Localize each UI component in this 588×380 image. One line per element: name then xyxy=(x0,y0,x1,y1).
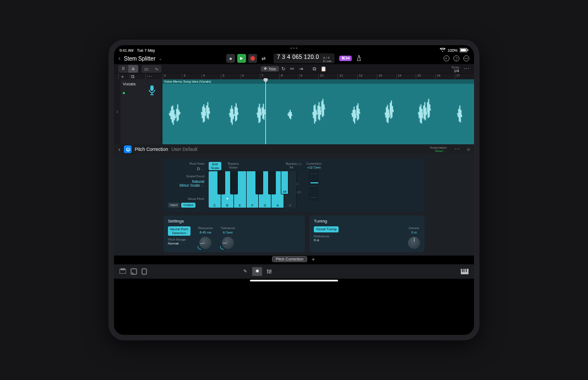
record-enable-dot[interactable] xyxy=(123,92,125,94)
snap-setting[interactable]: Snap 1/4 xyxy=(451,66,459,73)
plugin-name[interactable]: Pitch Correction xyxy=(135,146,168,152)
keyboard-icon[interactable] xyxy=(461,269,469,274)
copy-icon[interactable]: ⧉ xyxy=(311,65,318,73)
battery-pct: 100% xyxy=(448,48,458,52)
svg-rect-9 xyxy=(150,85,154,91)
svg-point-15 xyxy=(132,273,133,274)
root-note-value[interactable]: D ⌄ xyxy=(168,167,204,171)
scale-keyboard[interactable]: C D E F G A B C# D# F# G# A# xyxy=(209,171,297,208)
key-asharp[interactable]: A# xyxy=(281,171,288,194)
plugin-power-button[interactable]: ⏻ xyxy=(124,145,132,153)
pitch-keyboard-panel: Root Note D ⌄ Scale/Chord NaturalMinor S… xyxy=(164,159,424,212)
plugin-slot-chip[interactable]: Pitch Correction xyxy=(272,256,307,262)
project-title[interactable]: Stem Splitter xyxy=(124,56,155,62)
secondary-toolbar: ⠿ ≡ ▭ ∿ ✥ Trim ↻ ✂ ⇥ ⧉ 📋 Snap 1/4 ⋯ xyxy=(114,64,474,74)
view-mode-segment[interactable]: ⠿ ≡ xyxy=(118,65,138,73)
title-dropdown-icon[interactable]: ⌄ xyxy=(159,56,162,61)
notes-icon[interactable] xyxy=(141,268,147,275)
plugin-area: Root Note D ⌄ Scale/Chord NaturalMinor S… xyxy=(114,154,474,256)
tolerance-value: 6 Cent xyxy=(223,231,233,235)
join-tool-icon[interactable]: ⇥ xyxy=(297,65,305,73)
position: 7 3 4 065 xyxy=(277,54,302,60)
settings-icon[interactable] xyxy=(463,55,470,62)
scissors-icon[interactable]: ✂ xyxy=(288,65,296,73)
detune-label: Detune xyxy=(409,226,419,230)
bypass-notes-button[interactable]: Bypass Notes xyxy=(228,162,239,169)
tuning-panel: Tuning Global Tuning Reference 0 ct Detu… xyxy=(309,215,424,252)
key-gsharp[interactable]: G# xyxy=(268,171,276,194)
undo-icon[interactable] xyxy=(443,55,450,62)
stop-button[interactable]: ■ xyxy=(226,54,235,63)
automation-view-icon[interactable]: ∿ xyxy=(151,65,161,73)
timeline-ruler[interactable]: ＋ ⧉ ⋯ 234567891011121314151617 xyxy=(114,74,474,79)
list-view-icon[interactable]: ≡ xyxy=(128,65,138,73)
status-bar: 9:41 AM Tue 7 May 100% xyxy=(114,45,474,53)
global-tuning-chip[interactable]: Global Tuning xyxy=(314,226,339,232)
wifi-icon xyxy=(440,48,445,52)
lcd-display[interactable]: 7 3 4 065 120.0 4 / 4 D min xyxy=(274,53,335,63)
output-button[interactable]: Output xyxy=(181,203,195,208)
neural-pitch-chip[interactable]: Neural Pitch Detection xyxy=(168,226,190,236)
plugin-more-icon[interactable]: ⋯ xyxy=(454,146,460,153)
detune-knob[interactable] xyxy=(408,237,420,249)
svg-rect-25 xyxy=(464,269,465,272)
tolerance-knob[interactable] xyxy=(222,237,234,249)
detune-value: 0 ct xyxy=(411,231,417,235)
track-more-icon[interactable]: ⋯ xyxy=(145,74,152,79)
plugin-preset[interactable]: User Default xyxy=(171,146,197,152)
correction-meter xyxy=(309,170,319,201)
show-pitch-label: Show Pitch xyxy=(168,197,204,201)
edit-scale-button[interactable]: Edit Scale xyxy=(209,162,221,170)
back-button[interactable]: ‹ xyxy=(118,55,121,62)
svg-point-20 xyxy=(267,270,268,271)
key-sig: D min xyxy=(323,59,332,63)
automation-mode[interactable]: Automation Read ⌄ xyxy=(430,146,447,153)
response-knob[interactable] xyxy=(199,237,211,249)
correction-value: +12 Cent xyxy=(301,166,326,169)
record-button[interactable] xyxy=(248,54,257,63)
display-segment[interactable]: ▭ ∿ xyxy=(141,65,161,73)
plugin-back-button[interactable]: ‹ xyxy=(118,146,121,153)
pitch-range[interactable]: Pitch Range Normal ⌄ xyxy=(168,238,186,246)
add-plugin-icon[interactable]: ＋ xyxy=(311,256,316,263)
grid-view-icon[interactable]: ⠿ xyxy=(118,65,128,73)
edit-icon[interactable]: ✎ xyxy=(240,267,250,276)
sliders-icon[interactable] xyxy=(264,267,274,276)
svg-rect-1 xyxy=(461,49,466,52)
loop-tool-icon[interactable]: ↻ xyxy=(280,65,287,73)
scale-value[interactable]: NaturalMinor Scale ⌄ xyxy=(168,180,204,188)
key-dsharp[interactable]: D# xyxy=(230,171,238,194)
key-fsharp[interactable]: F# xyxy=(255,171,263,194)
tuning-title: Tuning xyxy=(314,219,420,224)
plugin-header-bar: ‹ ⏻ Pitch Correction User Default Automa… xyxy=(114,144,474,154)
track-lane[interactable]: Voice Memo Song Idea (Vocals) xyxy=(162,79,474,144)
key-csharp[interactable]: C# xyxy=(217,171,225,194)
input-button[interactable]: Input xyxy=(168,203,179,208)
region-view-icon[interactable]: ▭ xyxy=(141,65,151,73)
play-button[interactable]: ▶ xyxy=(237,54,246,63)
svg-rect-26 xyxy=(466,269,467,272)
pointer-tool[interactable]: ✥ Trim xyxy=(261,66,279,72)
pointer-icon: ✥ xyxy=(264,67,267,71)
browser-icon[interactable] xyxy=(119,268,126,275)
library-icon[interactable] xyxy=(130,268,137,275)
cycle-button[interactable]: ⇄ xyxy=(259,54,268,63)
duplicate-track-icon[interactable]: ⧉ xyxy=(129,74,134,80)
tracks-area[interactable]: 3 Vocals Voice Memo Song Idea (Vocals) xyxy=(114,79,474,144)
track-header[interactable]: Vocals xyxy=(121,79,162,144)
svg-rect-2 xyxy=(467,50,469,51)
metronome-icon[interactable] xyxy=(356,55,362,62)
more-icon[interactable]: ⋯ xyxy=(464,66,470,73)
fx-view-icon[interactable]: ✺ xyxy=(252,267,262,276)
response-value: 8.45 ms xyxy=(200,231,211,235)
correction-label: Correction xyxy=(301,162,326,165)
count-in-badge[interactable]: ⌘34 xyxy=(339,56,352,61)
audio-region[interactable]: Voice Memo Song Idea (Vocals) xyxy=(162,79,474,144)
home-indicator[interactable] xyxy=(250,280,338,281)
settings-panel: Settings Neural Pitch Detection Pitch Ra… xyxy=(164,215,305,252)
help-icon[interactable]: ? xyxy=(453,55,460,62)
plugin-menu-icon[interactable]: ≡ xyxy=(467,146,470,153)
region-name: Voice Memo Song Idea (Vocals) xyxy=(162,79,474,84)
paste-icon[interactable]: 📋 xyxy=(319,65,327,73)
bottom-dock: ✎ ✺ xyxy=(114,264,474,279)
